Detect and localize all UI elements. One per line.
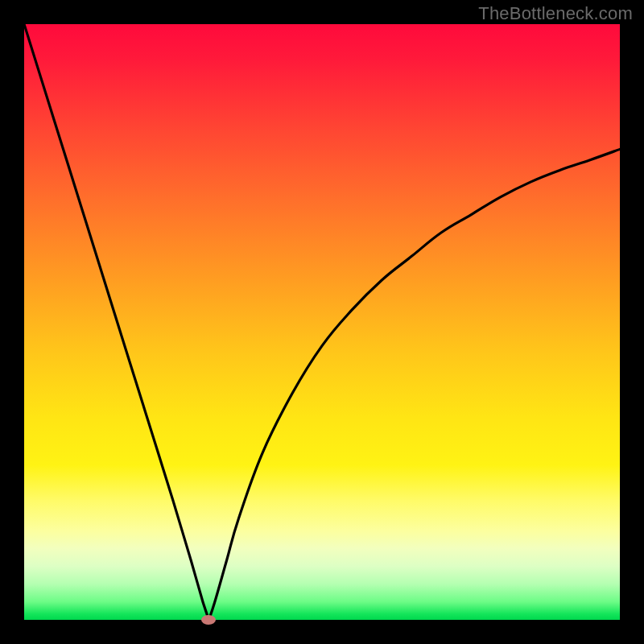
- chart-frame: TheBottleneck.com: [0, 0, 644, 644]
- optimal-point-marker: [201, 615, 216, 625]
- curve-layer: [24, 24, 620, 620]
- bottleneck-curve: [24, 24, 620, 620]
- watermark-text: TheBottleneck.com: [478, 3, 633, 24]
- plot-area: [24, 24, 620, 620]
